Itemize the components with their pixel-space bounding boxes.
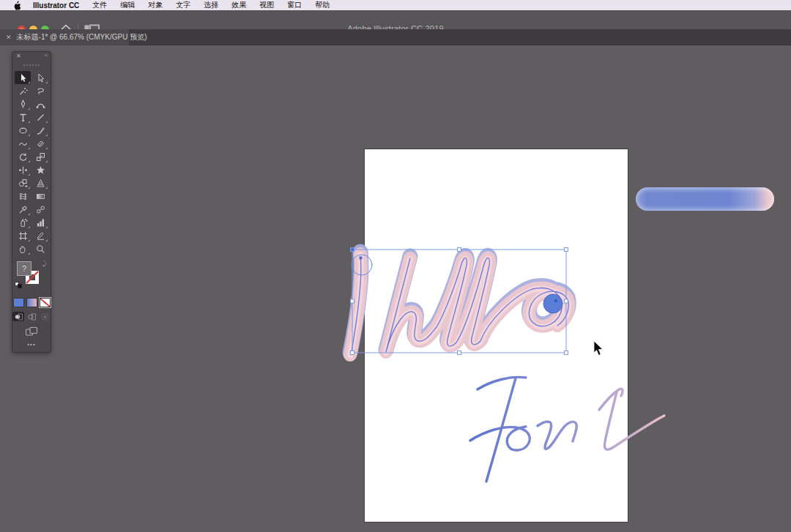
swap-fill-stroke-icon[interactable]: ⤸ [42, 260, 46, 268]
tool-zoom[interactable] [32, 242, 48, 255]
edit-toolbar-button[interactable]: ••• [12, 341, 51, 348]
paint-type-buttons [12, 298, 51, 307]
menu-file[interactable]: 文件 [92, 0, 107, 10]
tool-puppet-warp[interactable] [32, 163, 48, 176]
selection-handle [351, 351, 354, 355]
anchor-point [554, 299, 557, 302]
fill-swatch[interactable]: ? [17, 261, 31, 276]
selection-handle [565, 351, 568, 355]
screen-mode-button[interactable] [12, 326, 51, 337]
selection-handle [565, 299, 568, 303]
tool-eraser[interactable] [32, 137, 48, 150]
tools-panel-header[interactable]: ✕ « [12, 52, 51, 61]
tool-lasso[interactable] [32, 84, 48, 97]
drawing-mode-buttons [12, 312, 51, 321]
draw-behind-icon[interactable] [26, 312, 37, 321]
tool-magic-wand[interactable] [15, 84, 31, 97]
tool-pen[interactable] [15, 97, 31, 110]
tool-slice[interactable] [32, 229, 48, 242]
tool-rotate[interactable] [15, 150, 31, 163]
fill-stroke-controls: ⤸ ? [12, 260, 51, 295]
selection-handle [351, 299, 354, 303]
tool-grid [12, 69, 51, 255]
tool-scale[interactable] [32, 150, 48, 163]
tool-ellipse[interactable] [15, 124, 31, 137]
tools-panel: ✕ « [12, 51, 51, 353]
macos-menubar: Illustrator CC 文件 编辑 对象 文字 选择 效果 视图 窗口 帮… [0, 0, 791, 10]
tool-artboard[interactable] [15, 229, 31, 242]
panel-drag-grip[interactable] [12, 61, 51, 69]
apple-logo-icon[interactable] [13, 1, 21, 10]
tool-hand[interactable] [15, 242, 31, 255]
window-titlebar: Adobe Illustrator CC 2019 [0, 10, 791, 29]
tool-perspective-grid[interactable] [32, 176, 48, 190]
tool-direct-selection[interactable] [32, 71, 48, 84]
blend-end-circle [543, 294, 562, 313]
tool-mesh[interactable] [15, 190, 31, 203]
tool-curvature[interactable] [32, 97, 48, 110]
fill-indicator: ? [22, 264, 26, 273]
tool-shaper[interactable] [15, 137, 31, 150]
tab-close-icon[interactable]: ✕ [6, 34, 12, 41]
document-tab[interactable]: ✕ 未标题-1* @ 66.67% (CMYK/GPU 预览) [0, 29, 129, 45]
anchor-point [360, 257, 363, 260]
selection-handle [565, 248, 568, 252]
menu-effect[interactable]: 效果 [231, 0, 246, 10]
document-tabbar: ✕ 未标题-1* @ 66.67% (CMYK/GPU 预览) [0, 29, 791, 45]
menu-window[interactable]: 窗口 [287, 0, 302, 10]
default-fill-stroke-icon[interactable] [15, 282, 22, 288]
selection-handle [458, 248, 461, 252]
tool-shape-builder[interactable] [15, 176, 31, 190]
tool-selection[interactable] [15, 71, 31, 84]
panel-collapse-icon[interactable]: « [45, 53, 48, 59]
menu-select[interactable]: 选择 [204, 0, 218, 10]
draw-inside-icon[interactable] [39, 312, 51, 321]
gradient-pill-artwork[interactable] [636, 187, 774, 211]
menu-edit[interactable]: 编辑 [120, 0, 135, 10]
menubar-app-name[interactable]: Illustrator CC [33, 1, 79, 10]
tool-column-graph[interactable] [32, 216, 48, 229]
tool-eyedropper[interactable] [15, 203, 31, 216]
gradient-button[interactable] [26, 298, 37, 307]
color-button[interactable] [13, 298, 24, 307]
tool-width[interactable] [15, 163, 31, 176]
none-button[interactable] [40, 298, 51, 307]
tool-paintbrush[interactable] [32, 124, 48, 137]
selection-handle [458, 351, 461, 355]
tool-blend[interactable] [32, 203, 48, 216]
tab-label: 未标题-1* @ 66.67% (CMYK/GPU 预览) [17, 32, 147, 42]
draw-normal-icon[interactable] [12, 312, 24, 321]
tool-symbol-sprayer[interactable] [15, 216, 31, 229]
menu-type[interactable]: 文字 [176, 0, 190, 10]
menu-object[interactable]: 对象 [148, 0, 163, 10]
selection-handle [351, 248, 354, 252]
tool-type[interactable] [15, 110, 31, 124]
font-artwork[interactable] [460, 364, 672, 492]
menu-view[interactable]: 视图 [259, 0, 274, 10]
tool-line-segment[interactable] [32, 110, 48, 124]
hello-artwork[interactable] [333, 238, 579, 366]
mouse-cursor-icon [593, 341, 604, 356]
menu-help[interactable]: 帮助 [315, 0, 330, 10]
tool-gradient[interactable] [32, 190, 48, 203]
panel-close-icon[interactable]: ✕ [16, 53, 21, 59]
canvas-pasteboard[interactable]: ✕ « [0, 45, 791, 532]
